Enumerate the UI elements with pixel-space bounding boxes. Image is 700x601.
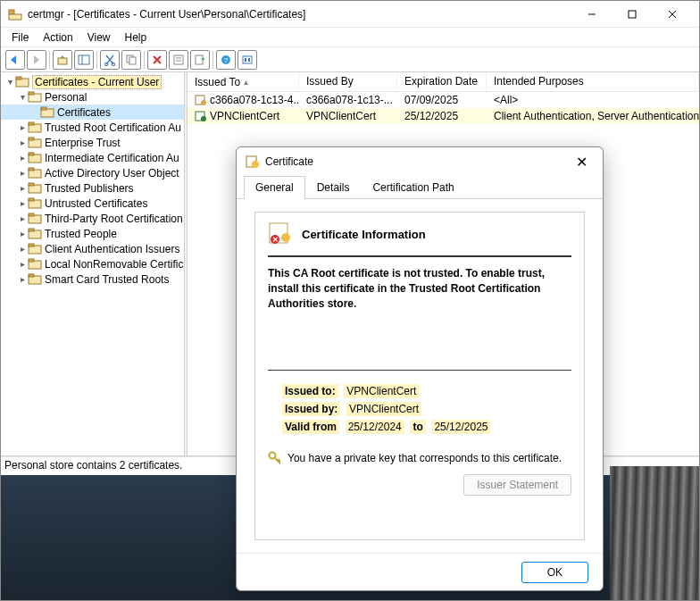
svg-rect-39 <box>29 198 34 201</box>
tree-folder[interactable]: ▸Untrusted Certificates <box>1 196 184 211</box>
menu-view[interactable]: View <box>80 29 118 46</box>
help-button[interactable]: ? <box>216 50 236 70</box>
svg-rect-49 <box>29 274 34 277</box>
tree-folder[interactable]: ▸Client Authentication Issuers <box>1 241 184 256</box>
dialog-body: ✕ Certificate Information This CA Root c… <box>254 212 585 540</box>
col-issued-by[interactable]: Issued By <box>299 72 397 91</box>
tree-certificates[interactable]: Certificates <box>1 104 184 120</box>
cut-button[interactable] <box>100 50 120 70</box>
tab-details[interactable]: Details <box>305 176 362 198</box>
list-row[interactable]: VPNClientCert VPNClientCert 25/12/2025 C… <box>188 108 699 124</box>
folder-icon <box>40 106 54 119</box>
back-button[interactable] <box>5 50 25 70</box>
tab-general[interactable]: General <box>244 176 305 199</box>
private-key-info: You have a private key that corresponds … <box>268 451 571 465</box>
svg-rect-37 <box>29 183 34 186</box>
col-expiration[interactable]: Expiration Date <box>397 72 487 91</box>
list-header: Issued To ▴ Issued By Expiration Date In… <box>188 72 699 92</box>
maximize-button[interactable] <box>612 2 652 27</box>
svg-text:✕: ✕ <box>272 236 279 244</box>
svg-rect-25 <box>29 92 34 95</box>
ok-button[interactable]: OK <box>521 562 588 583</box>
col-purposes[interactable]: Intended Purposes <box>487 72 699 91</box>
tree-folder[interactable]: ▸Intermediate Certification Au <box>1 150 184 165</box>
certificate-dialog: Certificate ✕ General Details Certificat… <box>236 146 604 591</box>
export-button[interactable] <box>190 50 210 70</box>
cert-store-icon <box>15 76 29 88</box>
svg-rect-7 <box>79 55 89 64</box>
svg-point-51 <box>201 100 206 105</box>
tree-view[interactable]: ▾ Certificates - Current User ▾ Personal… <box>1 72 184 455</box>
cert-icon <box>195 94 207 106</box>
svg-point-55 <box>252 161 259 168</box>
svg-rect-23 <box>16 77 21 79</box>
svg-rect-35 <box>29 168 34 171</box>
cert-key-icon <box>195 110 207 122</box>
properties-button[interactable] <box>169 50 188 70</box>
svg-rect-31 <box>29 138 34 140</box>
tree-personal[interactable]: ▾ Personal <box>1 89 184 104</box>
svg-rect-0 <box>9 10 14 14</box>
svg-rect-27 <box>41 107 46 110</box>
svg-rect-47 <box>29 259 34 262</box>
svg-rect-1 <box>9 14 21 20</box>
svg-point-53 <box>201 116 206 121</box>
issued-to-field: Issued to: VPNClientCert <box>282 385 571 397</box>
tree-folder[interactable]: ▸Active Directory User Object <box>1 165 184 180</box>
svg-rect-20 <box>245 58 246 62</box>
issued-by-field: Issued by: VPNClientCert <box>282 403 571 415</box>
dialog-footer: OK <box>237 553 603 590</box>
cert-info-icon: ✕ <box>268 221 295 246</box>
tree-folder[interactable]: ▸Trusted Publishers <box>1 180 184 196</box>
svg-rect-6 <box>58 58 67 64</box>
window-titlebar: certmgr - [Certificates - Current User\P… <box>1 1 699 28</box>
menu-file[interactable]: File <box>4 29 36 46</box>
svg-rect-3 <box>629 11 636 18</box>
svg-rect-12 <box>129 57 136 64</box>
tree-folder[interactable]: ▸Trusted Root Certification Au <box>1 120 184 135</box>
tree-root[interactable]: ▾ Certificates - Current User <box>1 74 184 89</box>
show-hide-tree-button[interactable] <box>74 50 94 70</box>
tree-folder[interactable]: ▸Local NonRemovable Certific <box>1 256 184 271</box>
close-button[interactable] <box>652 2 692 27</box>
tree-folder[interactable]: ▸Trusted People <box>1 226 184 241</box>
folder-open-icon <box>28 91 42 104</box>
toolbar: ? <box>1 47 699 72</box>
tree-folder[interactable]: ▸Enterprise Trust <box>1 135 184 150</box>
col-issued-to[interactable]: Issued To ▴ <box>188 72 299 91</box>
svg-text:?: ? <box>224 56 229 64</box>
svg-rect-41 <box>29 213 34 216</box>
not-trusted-message: This CA Root certificate is not trusted.… <box>268 266 571 311</box>
issuer-statement-button: Issuer Statement <box>463 474 571 496</box>
up-button[interactable] <box>53 50 72 70</box>
forward-button[interactable] <box>27 50 46 70</box>
cert-info-heading: Certificate Information <box>302 228 426 241</box>
dialog-titlebar: Certificate ✕ <box>237 147 603 176</box>
svg-rect-16 <box>196 55 203 64</box>
copy-button[interactable] <box>121 50 141 70</box>
svg-rect-13 <box>174 55 183 64</box>
menu-bar: File Action View Help <box>1 28 699 47</box>
dialog-close-button[interactable]: ✕ <box>569 154 594 171</box>
key-icon <box>268 451 282 465</box>
valid-from-field: Valid from 25/12/2024 to 25/12/2025 <box>282 421 571 433</box>
refresh-button[interactable] <box>238 50 257 70</box>
tree-folder[interactable]: ▸Smart Card Trusted Roots <box>1 271 184 287</box>
dialog-tabs: General Details Certification Path <box>237 176 603 199</box>
svg-point-59 <box>281 233 290 242</box>
minimize-button[interactable] <box>571 2 612 27</box>
menu-help[interactable]: Help <box>118 29 154 46</box>
svg-rect-19 <box>243 56 252 63</box>
tree-folder[interactable]: ▸Third-Party Root Certification <box>1 211 184 226</box>
svg-rect-21 <box>248 58 250 62</box>
svg-rect-33 <box>29 153 34 155</box>
window-title: certmgr - [Certificates - Current User\P… <box>28 8 571 21</box>
svg-rect-29 <box>29 122 34 125</box>
tab-certification-path[interactable]: Certification Path <box>361 176 465 198</box>
list-row[interactable]: c366a078-1c13-4... c366a078-1c13-... 07/… <box>188 92 699 108</box>
menu-action[interactable]: Action <box>36 29 79 46</box>
svg-rect-45 <box>29 244 34 246</box>
cert-dialog-icon <box>246 154 260 169</box>
delete-button[interactable] <box>147 50 167 70</box>
svg-rect-43 <box>29 229 34 231</box>
